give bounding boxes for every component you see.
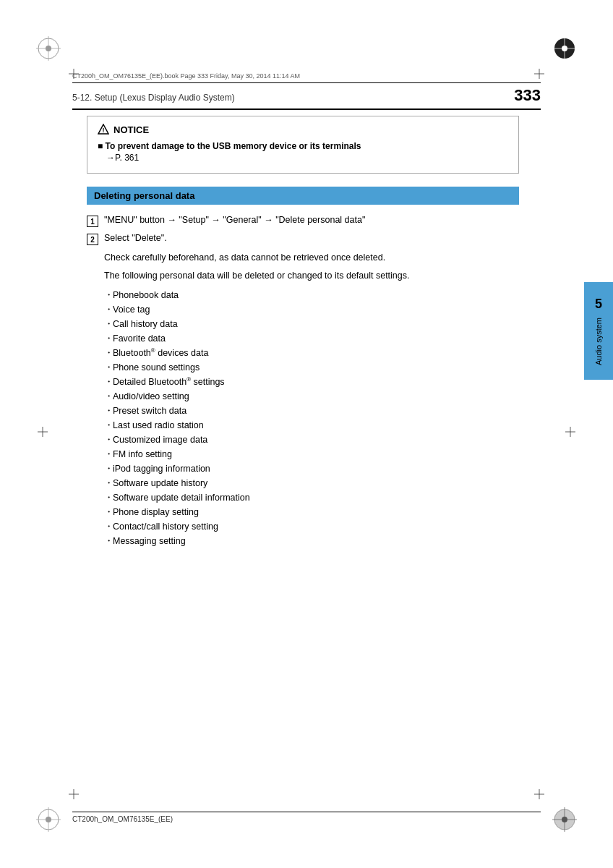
file-info: CT200h_OM_OM76135E_(EE).book Page 333 Fr… (72, 72, 541, 80)
notice-ref: →P. 361 (98, 153, 508, 163)
footer-text: CT200h_OM_OM76135E_(EE) (72, 815, 541, 823)
list-item: Preset switch data (104, 404, 519, 418)
step-1: 1 "MENU" button → "Setup" → "General" → … (87, 215, 519, 227)
section-title: 5-12. Setup (Lexus Display Audio System) (72, 93, 235, 103)
crosshair-bot-left (69, 789, 79, 799)
notice-item: To prevent damage to the USB memory devi… (98, 141, 508, 151)
reg-circle-bl (36, 807, 61, 832)
section-heading: Deleting personal data (87, 187, 519, 205)
footer: CT200h_OM_OM76135E_(EE) (72, 812, 541, 823)
header: CT200h_OM_OM76135E_(EE).book Page 333 Fr… (72, 72, 541, 110)
list-item: Contact/call history setting (104, 519, 519, 534)
svg-point-11 (46, 817, 51, 822)
list-item: Favorite data (104, 331, 519, 346)
reg-circle-tl (36, 36, 61, 61)
side-tab-number: 5 (595, 297, 602, 312)
body-text-2: The following personal data will be dele… (87, 269, 519, 283)
list-item: Bluetooth® devices data (104, 346, 519, 360)
list-item: Last used radio station (104, 418, 519, 433)
list-item: Audio/video setting (104, 389, 519, 404)
crosshair-bot-right (534, 789, 544, 799)
reg-circle-tr (552, 36, 577, 61)
list-item: FM info setting (104, 447, 519, 461)
step-text-1: "MENU" button → "Setup" → "General" → "D… (104, 215, 519, 225)
side-tab: 5 Audio system (584, 282, 613, 380)
notice-box: ! NOTICE To prevent damage to the USB me… (87, 116, 519, 174)
list-item: Detailed Bluetooth® settings (104, 375, 519, 389)
notice-title: ! NOTICE (98, 124, 508, 135)
step-text-2: Select "Delete". (104, 233, 519, 243)
step-2: 2 Select "Delete". (87, 233, 519, 245)
crosshair-mid-left (38, 427, 48, 437)
side-tab-label: Audio system (594, 318, 603, 365)
main-content: ! NOTICE To prevent damage to the USB me… (87, 116, 519, 548)
crosshair-mid-right (565, 427, 575, 437)
list-item: Software update detail information (104, 490, 519, 505)
svg-text:!: ! (103, 127, 105, 134)
list-item: Call history data (104, 317, 519, 331)
bullet-list: Phonebook dataVoice tagCall history data… (87, 288, 519, 548)
list-item: Software update history (104, 476, 519, 490)
list-item: iPod tagging information (104, 461, 519, 476)
list-item: Phone display setting (104, 505, 519, 519)
list-item: Voice tag (104, 302, 519, 317)
step-num-2: 2 (87, 234, 98, 245)
list-item: Phone sound settings (104, 360, 519, 375)
page-number: 333 (514, 86, 541, 105)
list-item: Phonebook data (104, 288, 519, 302)
warning-icon: ! (98, 124, 109, 135)
list-item: Customized image data (104, 433, 519, 447)
svg-point-15 (562, 817, 567, 822)
list-item: Messaging setting (104, 534, 519, 548)
step-num-1: 1 (87, 216, 98, 227)
body-text-1: Check carefully beforehand, as data cann… (87, 251, 519, 265)
reg-circle-br (552, 807, 577, 832)
